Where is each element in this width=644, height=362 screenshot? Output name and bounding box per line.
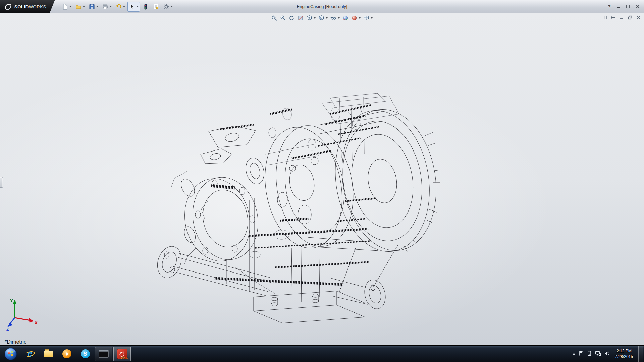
network-icon[interactable] <box>595 351 601 357</box>
view-orientation-button[interactable] <box>306 15 316 21</box>
select-cursor-icon <box>129 3 136 10</box>
save-button[interactable] <box>87 2 100 12</box>
document-minimize-button[interactable] <box>620 15 624 21</box>
chevron-down-icon[interactable] <box>83 6 85 7</box>
start-button[interactable] <box>1 347 20 361</box>
model-wireframe[interactable] <box>0 13 644 345</box>
rebuild-icon <box>142 3 149 10</box>
chevron-down-icon[interactable] <box>314 17 316 19</box>
graphics-area[interactable]: Y X Z *Dimetric <box>0 13 644 345</box>
heads-up-toolbar <box>271 15 373 21</box>
zoom-to-fit-icon <box>271 15 277 21</box>
brand-text: SOLIDWORKS <box>14 4 46 10</box>
taskbar-item-skype[interactable]: S <box>76 347 94 361</box>
zoom-to-fit-button[interactable] <box>271 15 277 21</box>
chevron-down-icon[interactable] <box>96 6 98 7</box>
file-properties-icon <box>153 3 159 10</box>
view-settings-icon <box>363 15 369 21</box>
taskbar-item-command-prompt[interactable] <box>95 347 112 361</box>
pane-split-vertical-icon[interactable] <box>603 15 607 21</box>
chevron-down-icon[interactable] <box>338 17 340 19</box>
previous-view-button[interactable] <box>289 15 295 21</box>
apply-scene-icon <box>351 15 357 21</box>
taskbar-item-solidworks[interactable]: 2015 <box>113 347 131 361</box>
display-style-button[interactable] <box>318 15 328 21</box>
maximize-button[interactable] <box>626 4 630 9</box>
chevron-down-icon[interactable] <box>69 6 71 7</box>
taskbar-item-internet-explorer[interactable]: e <box>21 347 39 361</box>
document-close-button[interactable] <box>636 15 641 21</box>
file-properties-button[interactable] <box>151 2 161 12</box>
windows-orb-icon <box>4 347 17 361</box>
window-controls: ? <box>608 4 644 9</box>
orientation-triad[interactable]: Y X Z <box>6 298 40 331</box>
solidworks-logo: SOLIDWORKS <box>0 0 55 13</box>
chevron-down-icon[interactable] <box>123 6 125 7</box>
show-desktop-button[interactable] <box>638 346 643 362</box>
featuremanager-collapsed-tab[interactable] <box>0 177 3 188</box>
window-title: EngineCasing [Read-only] <box>297 4 347 9</box>
zoom-to-area-button[interactable] <box>280 15 286 21</box>
document-restore-button[interactable] <box>628 15 632 21</box>
zoom-to-area-icon <box>280 15 286 21</box>
document-window-controls <box>603 15 641 21</box>
taskbar-clock[interactable]: 2:12 PM 7/28/2015 <box>613 348 635 359</box>
rebuild-button[interactable] <box>141 2 150 12</box>
chevron-down-icon[interactable] <box>359 17 361 19</box>
volume-icon[interactable] <box>604 351 610 357</box>
new-document-button[interactable] <box>60 2 73 12</box>
minimize-button[interactable] <box>616 4 621 9</box>
system-tray: 2:12 PM 7/28/2015 <box>573 346 644 362</box>
solidworks-logo-icon <box>4 3 12 10</box>
chevron-down-icon[interactable] <box>171 6 173 7</box>
triad-z-label: Z <box>6 327 9 331</box>
triad-x-label: X <box>35 320 38 325</box>
command-prompt-icon <box>99 350 109 358</box>
taskbar-item-windows-explorer[interactable] <box>40 347 57 361</box>
taskbar: e S <box>0 345 644 362</box>
close-button[interactable] <box>636 4 640 9</box>
hide-show-glasses-icon <box>330 15 336 21</box>
print-icon <box>102 3 109 10</box>
undo-icon <box>115 3 122 10</box>
open-folder-icon <box>75 3 82 10</box>
display-style-icon <box>318 15 324 21</box>
titlebar: SOLIDWORKS <box>0 0 644 13</box>
print-button[interactable] <box>101 2 113 12</box>
edit-appearance-ball-icon <box>342 15 348 21</box>
solidworks-version-badge: 2015 <box>121 356 127 360</box>
options-gear-icon <box>163 3 170 10</box>
action-center-flag-icon[interactable] <box>579 351 584 357</box>
chevron-down-icon[interactable] <box>110 6 112 7</box>
hide-show-items-button[interactable] <box>330 15 340 21</box>
show-hidden-icons-button[interactable] <box>573 353 575 355</box>
options-button[interactable] <box>162 2 174 12</box>
solidworks-app-icon: 2015 <box>117 349 127 359</box>
media-player-icon <box>62 349 71 358</box>
pane-split-horizontal-icon[interactable] <box>611 15 615 21</box>
section-view-icon <box>298 15 304 21</box>
taskbar-apps: e S <box>0 346 131 362</box>
section-view-button[interactable] <box>298 15 304 21</box>
taskbar-item-media-player[interactable] <box>58 347 75 361</box>
previous-view-icon <box>289 15 295 21</box>
new-document-icon <box>62 3 68 10</box>
internet-explorer-icon: e <box>24 349 35 359</box>
solidworks-window: SOLIDWORKS <box>0 0 644 362</box>
view-orientation-label: *Dimetric <box>5 339 26 345</box>
help-button[interactable]: ? <box>608 4 611 9</box>
view-settings-button[interactable] <box>363 15 373 21</box>
open-button[interactable] <box>74 2 86 12</box>
chevron-down-icon[interactable] <box>371 17 373 19</box>
select-button[interactable] <box>127 2 140 12</box>
chevron-down-icon[interactable] <box>326 17 328 19</box>
undo-button[interactable] <box>114 2 126 12</box>
apply-scene-button[interactable] <box>351 15 361 21</box>
chevron-down-icon[interactable] <box>137 6 139 7</box>
device-icon[interactable] <box>587 351 592 357</box>
main-toolbar <box>60 2 174 12</box>
clock-date: 7/28/2015 <box>615 354 633 359</box>
skype-icon: S <box>81 349 90 358</box>
save-icon <box>89 3 95 10</box>
edit-appearance-button[interactable] <box>342 15 348 21</box>
